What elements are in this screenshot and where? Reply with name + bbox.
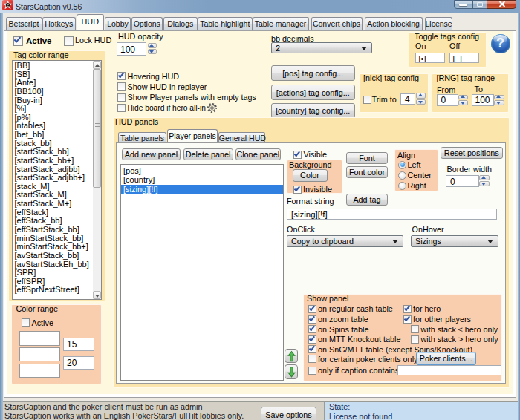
svg-text:c: c [7,3,9,7]
